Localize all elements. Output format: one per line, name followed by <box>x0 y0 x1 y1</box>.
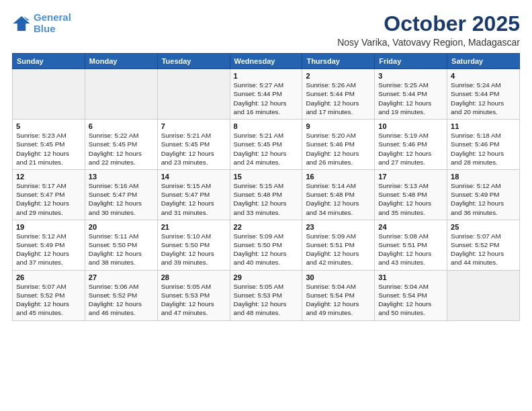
day-info: Sunrise: 5:07 AM Sunset: 5:52 PM Dayligh… <box>16 282 81 318</box>
day-cell: 29Sunrise: 5:05 AM Sunset: 5:53 PM Dayli… <box>230 270 302 320</box>
day-number: 22 <box>234 223 299 231</box>
logo-text: General Blue <box>34 12 71 34</box>
day-number: 16 <box>306 173 371 181</box>
logo-icon <box>12 14 31 33</box>
day-info: Sunrise: 5:25 AM Sunset: 5:44 PM Dayligh… <box>378 81 443 116</box>
day-cell: 30Sunrise: 5:04 AM Sunset: 5:54 PM Dayli… <box>302 270 375 320</box>
day-cell: 18Sunrise: 5:12 AM Sunset: 5:49 PM Dayli… <box>447 169 520 220</box>
logo: General Blue <box>12 12 71 34</box>
day-number: 13 <box>89 173 154 181</box>
day-info: Sunrise: 5:11 AM Sunset: 5:50 PM Dayligh… <box>89 232 154 267</box>
day-number: 18 <box>451 173 516 181</box>
day-cell: 22Sunrise: 5:09 AM Sunset: 5:50 PM Dayli… <box>230 220 302 270</box>
day-cell: 9Sunrise: 5:20 AM Sunset: 5:46 PM Daylig… <box>302 120 375 170</box>
month-title: October 2025 <box>337 12 520 36</box>
day-cell: 19Sunrise: 5:12 AM Sunset: 5:49 PM Dayli… <box>13 220 85 270</box>
day-number: 10 <box>378 122 443 130</box>
location-title: Nosy Varika, Vatovavy Region, Madagascar <box>337 37 520 48</box>
day-info: Sunrise: 5:04 AM Sunset: 5:54 PM Dayligh… <box>306 282 371 318</box>
day-cell: 15Sunrise: 5:15 AM Sunset: 5:48 PM Dayli… <box>230 169 302 220</box>
header-thursday: Thursday <box>302 54 375 69</box>
day-info: Sunrise: 5:26 AM Sunset: 5:44 PM Dayligh… <box>306 81 371 116</box>
day-number: 24 <box>378 223 443 231</box>
day-info: Sunrise: 5:08 AM Sunset: 5:51 PM Dayligh… <box>378 232 443 267</box>
day-info: Sunrise: 5:24 AM Sunset: 5:44 PM Dayligh… <box>451 81 516 116</box>
day-cell: 23Sunrise: 5:09 AM Sunset: 5:51 PM Dayli… <box>302 220 375 270</box>
day-cell: 10Sunrise: 5:19 AM Sunset: 5:46 PM Dayli… <box>375 120 447 170</box>
day-cell: 28Sunrise: 5:05 AM Sunset: 5:53 PM Dayli… <box>157 270 230 320</box>
day-info: Sunrise: 5:05 AM Sunset: 5:53 PM Dayligh… <box>161 282 226 318</box>
title-block: October 2025 Nosy Varika, Vatovavy Regio… <box>337 12 520 48</box>
day-info: Sunrise: 5:21 AM Sunset: 5:45 PM Dayligh… <box>234 131 299 167</box>
day-info: Sunrise: 5:13 AM Sunset: 5:48 PM Dayligh… <box>378 181 443 217</box>
day-number: 28 <box>161 273 226 281</box>
day-number: 2 <box>306 72 371 80</box>
day-cell: 2Sunrise: 5:26 AM Sunset: 5:44 PM Daylig… <box>302 69 375 120</box>
day-number: 6 <box>89 122 154 130</box>
day-info: Sunrise: 5:23 AM Sunset: 5:45 PM Dayligh… <box>16 131 81 167</box>
day-info: Sunrise: 5:19 AM Sunset: 5:46 PM Dayligh… <box>378 131 443 167</box>
day-number: 19 <box>16 223 81 231</box>
day-cell: 13Sunrise: 5:16 AM Sunset: 5:47 PM Dayli… <box>85 169 157 220</box>
day-number: 26 <box>16 273 81 281</box>
day-info: Sunrise: 5:17 AM Sunset: 5:47 PM Dayligh… <box>16 181 81 217</box>
week-row-4: 26Sunrise: 5:07 AM Sunset: 5:52 PM Dayli… <box>13 270 520 320</box>
week-row-3: 19Sunrise: 5:12 AM Sunset: 5:49 PM Dayli… <box>13 220 520 270</box>
day-number: 25 <box>451 223 516 231</box>
day-info: Sunrise: 5:18 AM Sunset: 5:46 PM Dayligh… <box>451 131 516 167</box>
svg-marker-0 <box>13 16 30 31</box>
logo-line2: Blue <box>34 23 56 34</box>
day-cell <box>157 69 230 120</box>
calendar-header-row: SundayMondayTuesdayWednesdayThursdayFrid… <box>13 54 520 69</box>
logo-line1: General <box>34 11 71 23</box>
day-info: Sunrise: 5:15 AM Sunset: 5:48 PM Dayligh… <box>234 181 299 217</box>
day-cell <box>85 69 157 120</box>
header-friday: Friday <box>375 54 447 69</box>
day-cell: 27Sunrise: 5:06 AM Sunset: 5:52 PM Dayli… <box>85 270 157 320</box>
header-monday: Monday <box>85 54 157 69</box>
day-cell: 1Sunrise: 5:27 AM Sunset: 5:44 PM Daylig… <box>230 69 302 120</box>
day-cell: 6Sunrise: 5:22 AM Sunset: 5:45 PM Daylig… <box>85 120 157 170</box>
day-info: Sunrise: 5:15 AM Sunset: 5:47 PM Dayligh… <box>161 181 226 217</box>
day-number: 3 <box>378 72 443 80</box>
day-cell: 17Sunrise: 5:13 AM Sunset: 5:48 PM Dayli… <box>375 169 447 220</box>
day-cell: 3Sunrise: 5:25 AM Sunset: 5:44 PM Daylig… <box>375 69 447 120</box>
day-cell: 31Sunrise: 5:04 AM Sunset: 5:54 PM Dayli… <box>375 270 447 320</box>
day-cell: 8Sunrise: 5:21 AM Sunset: 5:45 PM Daylig… <box>230 120 302 170</box>
day-number: 5 <box>16 122 81 130</box>
page: General Blue October 2025 Nosy Varika, V… <box>0 0 532 411</box>
day-cell: 26Sunrise: 5:07 AM Sunset: 5:52 PM Dayli… <box>13 270 85 320</box>
day-info: Sunrise: 5:12 AM Sunset: 5:49 PM Dayligh… <box>16 232 81 267</box>
header-sunday: Sunday <box>13 54 85 69</box>
day-number: 15 <box>234 173 299 181</box>
header-wednesday: Wednesday <box>230 54 302 69</box>
day-number: 12 <box>16 173 81 181</box>
day-cell <box>13 69 85 120</box>
header-row: General Blue October 2025 Nosy Varika, V… <box>12 12 520 48</box>
day-info: Sunrise: 5:09 AM Sunset: 5:50 PM Dayligh… <box>234 232 299 267</box>
header-saturday: Saturday <box>447 54 520 69</box>
day-cell: 20Sunrise: 5:11 AM Sunset: 5:50 PM Dayli… <box>85 220 157 270</box>
day-cell: 24Sunrise: 5:08 AM Sunset: 5:51 PM Dayli… <box>375 220 447 270</box>
day-info: Sunrise: 5:22 AM Sunset: 5:45 PM Dayligh… <box>89 131 154 167</box>
day-number: 17 <box>378 173 443 181</box>
day-info: Sunrise: 5:10 AM Sunset: 5:50 PM Dayligh… <box>161 232 226 267</box>
day-info: Sunrise: 5:06 AM Sunset: 5:52 PM Dayligh… <box>89 282 154 318</box>
day-cell: 12Sunrise: 5:17 AM Sunset: 5:47 PM Dayli… <box>13 169 85 220</box>
day-cell: 4Sunrise: 5:24 AM Sunset: 5:44 PM Daylig… <box>447 69 520 120</box>
day-number: 31 <box>378 273 443 281</box>
day-number: 11 <box>451 122 516 130</box>
calendar-table: SundayMondayTuesdayWednesdayThursdayFrid… <box>12 53 520 320</box>
day-cell: 14Sunrise: 5:15 AM Sunset: 5:47 PM Dayli… <box>157 169 230 220</box>
day-number: 23 <box>306 223 371 231</box>
day-info: Sunrise: 5:12 AM Sunset: 5:49 PM Dayligh… <box>451 181 516 217</box>
day-info: Sunrise: 5:21 AM Sunset: 5:45 PM Dayligh… <box>161 131 226 167</box>
day-number: 21 <box>161 223 226 231</box>
day-number: 29 <box>234 273 299 281</box>
day-info: Sunrise: 5:09 AM Sunset: 5:51 PM Dayligh… <box>306 232 371 267</box>
day-number: 20 <box>89 223 154 231</box>
header-tuesday: Tuesday <box>157 54 230 69</box>
day-cell <box>447 270 520 320</box>
day-number: 1 <box>234 72 299 80</box>
week-row-2: 12Sunrise: 5:17 AM Sunset: 5:47 PM Dayli… <box>13 169 520 220</box>
